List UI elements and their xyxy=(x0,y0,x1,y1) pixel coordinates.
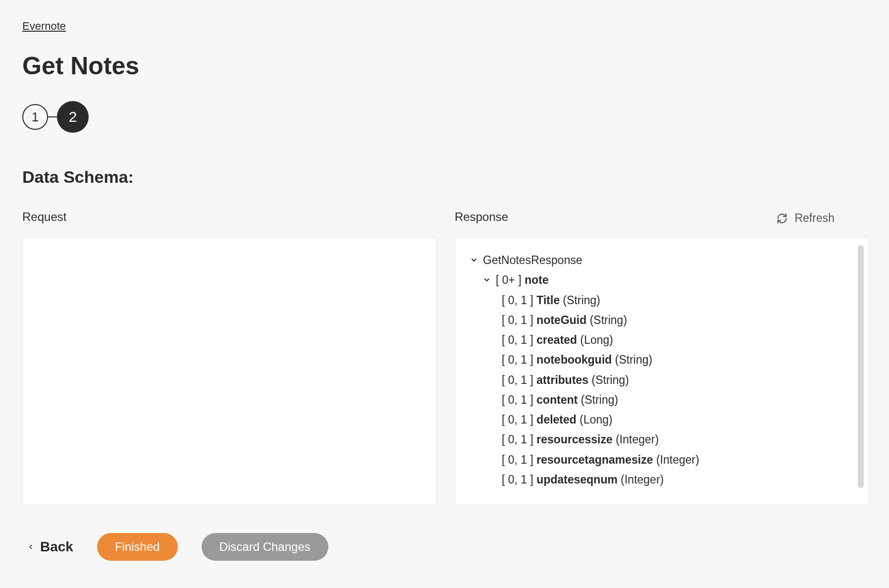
tree-field-name: attributes xyxy=(536,374,588,386)
request-panel xyxy=(22,238,437,505)
discard-changes-button[interactable]: Discard Changes xyxy=(202,533,328,561)
tree-field-type: (String) xyxy=(581,393,618,406)
tree-field-card: [ 0, 1 ] xyxy=(502,393,533,406)
step-2[interactable]: 2 xyxy=(57,101,89,133)
tree-field-type: (Integer) xyxy=(656,453,699,466)
finished-button[interactable]: Finished xyxy=(97,533,178,561)
back-label: Back xyxy=(40,539,73,555)
tree-field-row[interactable]: [ 0, 1 ] attributes (String) xyxy=(470,370,859,390)
tree-field-card: [ 0, 1 ] xyxy=(502,353,533,366)
request-panel-label: Request xyxy=(22,210,437,224)
tree-field-card: [ 0, 1 ] xyxy=(502,433,533,446)
chevron-left-icon xyxy=(27,541,34,553)
tree-field-type: (Long) xyxy=(580,333,613,346)
tree-field-name: deleted xyxy=(536,413,576,426)
tree-field-name: updateseqnum xyxy=(536,473,618,486)
stepper: 1 2 xyxy=(22,101,869,133)
tree-field-card: [ 0, 1 ] xyxy=(502,314,533,326)
tree-field-row[interactable]: [ 0, 1 ] content (String) xyxy=(470,390,859,410)
page-title: Get Notes xyxy=(22,52,869,80)
step-1[interactable]: 1 xyxy=(22,104,48,130)
tree-field-name: Title xyxy=(536,294,560,307)
tree-field-type: (String) xyxy=(592,374,629,386)
tree-field-row[interactable]: [ 0, 1 ] created (Long) xyxy=(470,330,859,350)
tree-field-name: noteGuid xyxy=(536,314,586,326)
tree-field-name: content xyxy=(536,393,577,406)
tree-field-card: [ 0, 1 ] xyxy=(502,413,533,426)
tree-field-card: [ 0, 1 ] xyxy=(502,294,533,307)
tree-field-name: created xyxy=(536,333,577,346)
back-button[interactable]: Back xyxy=(27,539,73,555)
tree-node-note-card: [ 0+ ] xyxy=(496,273,522,286)
tree-field-name: notebookguid xyxy=(536,353,612,366)
tree-field-card: [ 0, 1 ] xyxy=(502,473,533,486)
tree-field-type: (String) xyxy=(615,353,652,366)
step-connector xyxy=(48,116,57,117)
tree-field-type: (Long) xyxy=(579,413,612,426)
tree-field-card: [ 0, 1 ] xyxy=(502,374,533,386)
section-title-data-schema: Data Schema: xyxy=(22,167,869,187)
tree-field-name: resourcetagnamesize xyxy=(536,453,653,466)
tree-field-row[interactable]: [ 0, 1 ] Title (String) xyxy=(470,290,859,310)
tree-field-type: (String) xyxy=(590,314,627,326)
tree-node-root-label: GetNotesResponse xyxy=(483,250,582,270)
response-panel: GetNotesResponse [ 0+ ] note [ 0, 1 ] Ti… xyxy=(455,238,869,505)
tree-field-card: [ 0, 1 ] xyxy=(502,453,533,466)
chevron-down-icon xyxy=(470,256,478,264)
tree-node-note-name: note xyxy=(524,273,549,286)
scrollbar[interactable] xyxy=(858,245,864,488)
tree-field-name: resourcessize xyxy=(536,433,612,446)
tree-field-row[interactable]: [ 0, 1 ] resourcessize (Integer) xyxy=(470,429,859,449)
chevron-down-icon xyxy=(483,276,491,284)
breadcrumb-evernote[interactable]: Evernote xyxy=(22,20,66,33)
tree-field-row[interactable]: [ 0, 1 ] resourcetagnamesize (Integer) xyxy=(470,450,859,470)
tree-field-type: (String) xyxy=(563,294,600,307)
tree-field-card: [ 0, 1 ] xyxy=(502,333,533,346)
response-panel-label: Response xyxy=(455,210,869,224)
tree-field-row[interactable]: [ 0, 1 ] deleted (Long) xyxy=(470,410,859,429)
tree-node-root[interactable]: GetNotesResponse xyxy=(470,250,859,270)
tree-field-row[interactable]: [ 0, 1 ] notebookguid (String) xyxy=(470,350,859,370)
tree-field-type: (Integer) xyxy=(616,433,659,446)
tree-field-row[interactable]: [ 0, 1 ] noteGuid (String) xyxy=(470,310,859,330)
tree-node-note[interactable]: [ 0+ ] note xyxy=(470,270,859,290)
tree-field-row[interactable]: [ 0, 1 ] updateseqnum (Integer) xyxy=(470,470,859,489)
tree-field-type: (Integer) xyxy=(621,473,664,486)
